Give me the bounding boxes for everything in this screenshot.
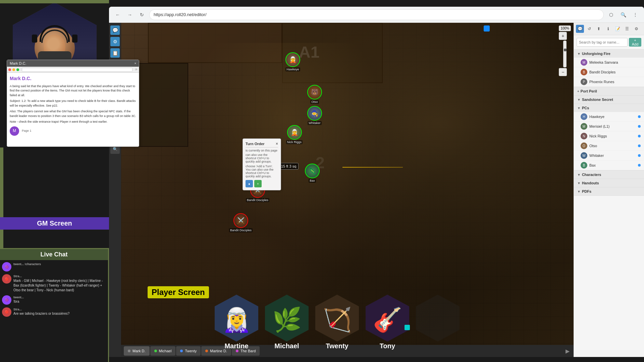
tab-label-michael: Michael [159, 349, 172, 353]
token-bax[interactable]: 🦎 Bax [305, 164, 320, 183]
chat-username: twent... !characters [13, 262, 106, 266]
token-circle-nick-riggs: 🧝 [287, 125, 302, 140]
chat-avatar: 🔴 [2, 274, 11, 284]
sidebar-upload-icon[interactable]: ⬆ [595, 25, 603, 33]
popup-refresh[interactable]: ⟳ [135, 68, 138, 71]
section-header-characters[interactable]: ▼ Characters [574, 171, 644, 179]
portrait-figure-martine: 🧝‍♀️ [222, 308, 251, 331]
portrait-name-michael: Michael [274, 342, 299, 350]
sidebar-item-phoenix-runes[interactable]: P Phoenix Runes [574, 77, 644, 87]
layer-icon[interactable]: 📋 [110, 48, 120, 58]
portrait-michael[interactable]: 🌿 Michael [262, 295, 312, 350]
extensions-button[interactable]: ⬡ [606, 10, 616, 19]
zoom-slider[interactable] [563, 41, 567, 67]
popup-hint: choose 'Add a Turn'. You can also use th… [246, 165, 278, 178]
token-avatar-whitaker: 🧙 [308, 107, 321, 120]
sidebar-item-whitaker[interactable]: W Whitaker [574, 151, 644, 161]
sidebar-chat-icon[interactable]: 💬 [576, 25, 584, 33]
section-header-sandstone-secret[interactable]: ▼ Sandstone Secret [574, 96, 644, 104]
token-whitaker[interactable]: 🧙 Whitaker [307, 106, 322, 125]
more-button[interactable]: ⋮ [631, 10, 640, 19]
token-avatar-bax: 🦎 [306, 164, 319, 178]
section-header-pcs[interactable]: ▼ PCs [574, 104, 644, 112]
player-screen-label: Player Screen [148, 286, 209, 298]
avatar-nick-riggs: N [581, 133, 587, 139]
section-label-pdfs: PDFs [582, 189, 591, 193]
section-label-sandstone-secret: Sandstone Secret [582, 98, 613, 102]
chat-icon[interactable]: 💬 [110, 25, 120, 35]
sidebar-item-meleeka-sanvara[interactable]: M Meleeka Sanvara [574, 58, 644, 67]
sidebar-refresh-icon[interactable]: ↺ [585, 25, 593, 33]
portrait-tony[interactable]: 🎸 Tony [362, 295, 413, 350]
sidebar-list-icon[interactable]: ☰ [623, 25, 631, 33]
section-header-handouts[interactable]: ▼ Handouts [574, 179, 644, 187]
player-tab-mark[interactable]: Mark D. [124, 346, 150, 356]
section-header-port-peril[interactable]: + Port Peril [574, 87, 644, 95]
toggle-sandstone-secret: ▼ [577, 98, 581, 102]
token-bandit2[interactable]: ⚔️ Bandit Disciples [229, 213, 253, 232]
sidebar-icons-bar: 💬 ↺ ⬆ ℹ 📝 ☰ ⚙ [574, 23, 644, 35]
tab-label-twenty: Twenty [185, 349, 197, 353]
popup-text1: is currently on this page [246, 149, 278, 152]
portrait-martine[interactable]: 🧝‍♀️ Martine [211, 295, 262, 350]
notes-heading: Mark D.C. [10, 75, 136, 82]
chat-message: 🔴 Stra... Mark - GM | Michael - Hawkeye … [2, 274, 106, 293]
settings-icon[interactable]: ⚙ [110, 37, 120, 46]
gm-notes-titlebar: Mark D.C. × [7, 60, 139, 67]
avatar-hawkeye: H [581, 113, 587, 120]
dot-merisiel [638, 125, 641, 128]
forward-button[interactable]: → [125, 10, 135, 19]
sidebar-item-otso[interactable]: O Otso [574, 141, 644, 151]
back-button[interactable]: ← [113, 10, 122, 19]
portrait-name-martine: Martine [224, 342, 248, 350]
token-nick-riggs[interactable]: 🧝 Nick Riggs [286, 125, 303, 144]
search-input[interactable] [577, 38, 628, 47]
sidebar-notes-icon[interactable]: 📝 [613, 25, 622, 33]
player-tab-michael[interactable]: Michael [150, 346, 176, 356]
sidebar-item-hawkeye[interactable]: H Hawkeye [574, 112, 644, 122]
sidebar-info-icon[interactable]: ℹ [604, 25, 612, 33]
dot-otso [638, 144, 641, 147]
zoom-out-button[interactable]: − [559, 68, 567, 76]
token-hawkeye[interactable]: 🧝 Hawkeye [285, 52, 300, 71]
turn-order-popup[interactable]: Turn Order × is currently on this page c… [243, 138, 281, 190]
sidebar-item-nick-riggs[interactable]: N Nick Riggs [574, 131, 644, 141]
add-button[interactable]: + Add [629, 38, 641, 47]
gm-notes-close[interactable]: × [135, 62, 136, 65]
token-avatar-bandit2: ⚔️ [234, 214, 248, 227]
tab-scroll-right[interactable]: ▶ [564, 348, 571, 354]
token-otso[interactable]: 🐻 Otso [307, 85, 322, 104]
avatar-merisiel: M [581, 123, 587, 130]
address-bar[interactable]: https://app.roll20.net/editor/ [149, 9, 604, 20]
top-accent-border [0, 0, 109, 3]
name-whitaker: Whitaker [589, 154, 636, 158]
section-header-pdfs[interactable]: ▼ PDFs [574, 187, 644, 195]
portrait-hex-shape-tony: 🎸 [366, 295, 409, 342]
refresh-button[interactable]: ↻ [137, 10, 147, 19]
sidebar-item-merisiel[interactable]: M Merisiel (L1) [574, 122, 644, 131]
popup-btn-blue[interactable]: ● [246, 180, 253, 187]
popup-btn-green[interactable]: + [254, 180, 262, 187]
popup-close[interactable]: × [276, 141, 278, 146]
section-header-unforgiving-fire[interactable]: ▼ Unforgiving Fire [574, 50, 644, 58]
portrait-twenty[interactable]: 🏹 Twenty [312, 295, 362, 350]
chat-message: 🟣 twent... !characters [2, 262, 106, 272]
right-sidebar: 💬 ↺ ⬆ ℹ 📝 ☰ ⚙ + Add ▼ Unforgiving Fire [574, 23, 644, 357]
dot-bax [638, 164, 641, 167]
section-label-unforgiving-fire: Unforgiving Fire [582, 52, 610, 56]
notes-avatar: M [10, 126, 19, 136]
sidebar-item-bax[interactable]: B Bax [574, 161, 644, 170]
sidebar-item-bandit-disciples[interactable]: B Bandit Disciples [574, 67, 644, 77]
section-characters: ▼ Characters [574, 171, 644, 179]
gm-notes-popup[interactable]: Mark D.C. × ⟳ Mark D.C. A being said let… [7, 60, 139, 147]
player-tab-twenty[interactable]: Twenty [176, 346, 201, 356]
section-unforgiving-fire: ▼ Unforgiving Fire M Meleeka Sanvara B B… [574, 50, 644, 87]
zoom-in-button[interactable]: + [559, 32, 567, 40]
avatar-meleeka: M [581, 59, 587, 66]
chat-avatar: 🟣 [2, 262, 11, 272]
map-token-blue[interactable] [484, 25, 490, 32]
sidebar-gear-icon[interactable]: ⚙ [632, 25, 640, 33]
section-label-characters: Characters [582, 173, 601, 177]
section-label-port-peril: Port Peril [581, 89, 597, 93]
search-button[interactable]: 🔍 [619, 10, 628, 19]
